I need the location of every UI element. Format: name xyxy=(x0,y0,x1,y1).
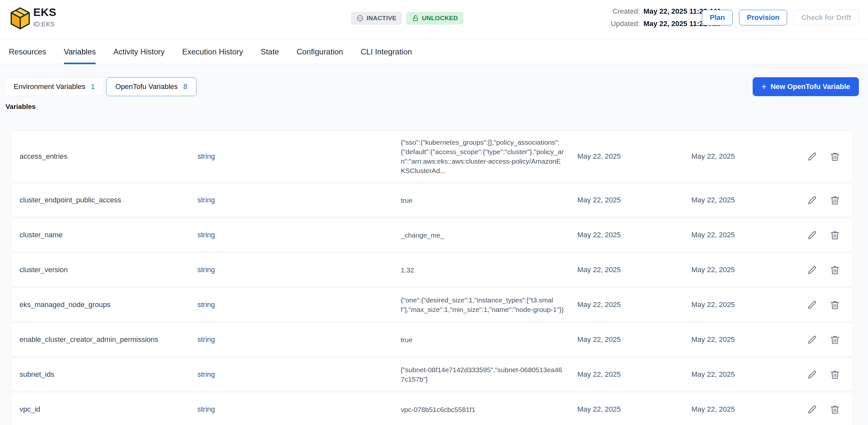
pencil-icon xyxy=(807,334,817,345)
trash-icon xyxy=(830,334,840,345)
variable-key: cluster_version xyxy=(20,266,197,274)
count-badge: 1 xyxy=(91,83,95,91)
table-row-access-entries: access_entries string {"sso":{"kubernete… xyxy=(11,131,853,182)
pencil-icon xyxy=(807,195,817,206)
edit-variable-button[interactable] xyxy=(806,229,818,241)
tab-execution-history[interactable]: Execution History xyxy=(182,39,243,64)
tab-resources[interactable]: Resources xyxy=(9,39,46,64)
tab-variables[interactable]: Variables xyxy=(64,39,96,64)
provision-button[interactable]: Provision xyxy=(739,10,787,25)
variable-key: enable_cluster_creator_admin_permissions xyxy=(20,335,197,344)
variable-updated-at: May 22, 2025 xyxy=(691,196,789,204)
edit-variable-button[interactable] xyxy=(806,299,818,311)
status-badges: INACTIVE UNLOCKED xyxy=(351,12,463,25)
table-row-vpc-id: vpc_id string vpc-078b51c6cbc5581f1 May … xyxy=(11,392,853,425)
variable-key: cluster_endpoint_public_access xyxy=(20,196,197,204)
table-row-eks-managed-node-groups: eks_managed_node_groups string {"one":{"… xyxy=(11,288,853,322)
delete-variable-button[interactable] xyxy=(829,403,841,416)
variable-type: string xyxy=(197,266,401,274)
variable-value: _change_me_ xyxy=(401,231,577,240)
variable-type: string xyxy=(197,152,401,161)
table-row-cluster-endpoint-public-access: cluster_endpoint_public_access string tr… xyxy=(11,183,853,217)
variable-created-at: May 22, 2025 xyxy=(577,196,691,204)
delete-variable-button[interactable] xyxy=(829,264,841,276)
delete-variable-button[interactable] xyxy=(829,299,841,311)
variable-key: access_entries xyxy=(20,152,197,161)
variable-created-at: May 22, 2025 xyxy=(577,301,691,309)
edit-variable-button[interactable] xyxy=(806,403,818,416)
variables-toolbar: Environment Variables 1 OpenTofu Variabl… xyxy=(0,77,868,96)
edit-variable-button[interactable] xyxy=(806,264,818,276)
app-header: EKS ID:EKS INACTIVE UNLOCKED Created: Ma… xyxy=(0,0,868,39)
row-actions xyxy=(789,333,853,346)
variable-value: {"one":{"desired_size":1,"instance_types… xyxy=(401,295,577,314)
variable-type: string xyxy=(197,301,401,309)
edit-variable-button[interactable] xyxy=(806,150,818,163)
variable-value: true xyxy=(401,195,577,205)
circle-minus-icon xyxy=(356,15,364,22)
variable-value: ["subnet-08f14e7142d333595","subnet-0680… xyxy=(401,365,577,384)
trash-icon xyxy=(830,300,840,310)
pencil-icon xyxy=(807,369,817,380)
variable-value: vpc-078b51c6cbc5581f1 xyxy=(401,405,577,414)
table-row-cluster-version: cluster_version string 1.32 May 22, 2025… xyxy=(11,253,853,287)
variables-table: access_entries string {"sso":{"kubernete… xyxy=(11,120,853,425)
trash-icon xyxy=(830,230,840,241)
variable-updated-at: May 22, 2025 xyxy=(691,405,789,414)
delete-variable-button[interactable] xyxy=(829,229,841,241)
variable-key: vpc_id xyxy=(20,405,197,414)
variable-updated-at: May 22, 2025 xyxy=(691,266,789,274)
page-subtitle: ID:EKS xyxy=(33,21,56,28)
tab-bar: ResourcesVariablesActivity HistoryExecut… xyxy=(0,39,868,64)
page-title: EKS xyxy=(33,6,56,19)
trash-icon xyxy=(830,369,840,380)
tab-configuration[interactable]: Configuration xyxy=(297,39,343,64)
new-opentofu-variable-button[interactable]: + New OpenTofu Variable xyxy=(753,77,859,96)
filter-opentofu-variables[interactable]: OpenTofu Variables 8 xyxy=(106,77,196,96)
delete-variable-button[interactable] xyxy=(829,194,841,206)
variable-type: string xyxy=(197,405,401,414)
variable-updated-at: May 22, 2025 xyxy=(691,152,789,161)
row-actions xyxy=(789,368,853,381)
plan-button[interactable]: Plan xyxy=(702,10,733,25)
trash-icon xyxy=(830,265,840,275)
pencil-icon xyxy=(807,404,817,415)
plus-icon: + xyxy=(762,82,767,91)
variable-value: true xyxy=(401,335,577,344)
edit-variable-button[interactable] xyxy=(806,333,818,346)
trash-icon xyxy=(830,195,840,206)
delete-variable-button[interactable] xyxy=(829,368,841,381)
trash-icon xyxy=(830,404,840,415)
header-actions: Plan Provision Check for Drift xyxy=(702,10,859,25)
filter-environment-variables[interactable]: Environment Variables 1 xyxy=(5,77,104,96)
tab-cli-integration[interactable]: CLI Integration xyxy=(361,39,412,64)
trash-icon xyxy=(830,151,840,162)
section-title: Variables xyxy=(5,103,868,111)
delete-variable-button[interactable] xyxy=(829,150,841,163)
variable-created-at: May 22, 2025 xyxy=(577,335,691,344)
count-badge: 8 xyxy=(183,83,187,91)
variable-value: 1.32 xyxy=(401,265,577,275)
table-header xyxy=(11,120,853,131)
variable-updated-at: May 22, 2025 xyxy=(691,335,789,344)
table-row-cluster-name: cluster_name string _change_me_ May 22, … xyxy=(11,218,853,252)
table-body: access_entries string {"sso":{"kubernete… xyxy=(11,131,853,425)
edit-variable-button[interactable] xyxy=(806,194,818,206)
pencil-icon xyxy=(807,265,817,275)
variable-type: string xyxy=(197,196,401,204)
variable-created-at: May 22, 2025 xyxy=(577,266,691,274)
tab-activity-history[interactable]: Activity History xyxy=(114,39,164,64)
edit-variable-button[interactable] xyxy=(806,368,818,381)
row-actions xyxy=(789,264,853,276)
check-for-drift-button[interactable]: Check for Drift xyxy=(794,10,859,25)
row-actions xyxy=(789,150,853,163)
tab-state[interactable]: State xyxy=(261,39,279,64)
row-actions xyxy=(789,194,853,206)
row-actions xyxy=(789,299,853,311)
variable-updated-at: May 22, 2025 xyxy=(691,231,789,239)
unlock-icon xyxy=(412,15,419,22)
variable-key: cluster_name xyxy=(20,231,197,239)
delete-variable-button[interactable] xyxy=(829,333,841,346)
created-label: Created: xyxy=(612,7,640,16)
status-badge: INACTIVE xyxy=(351,12,402,25)
